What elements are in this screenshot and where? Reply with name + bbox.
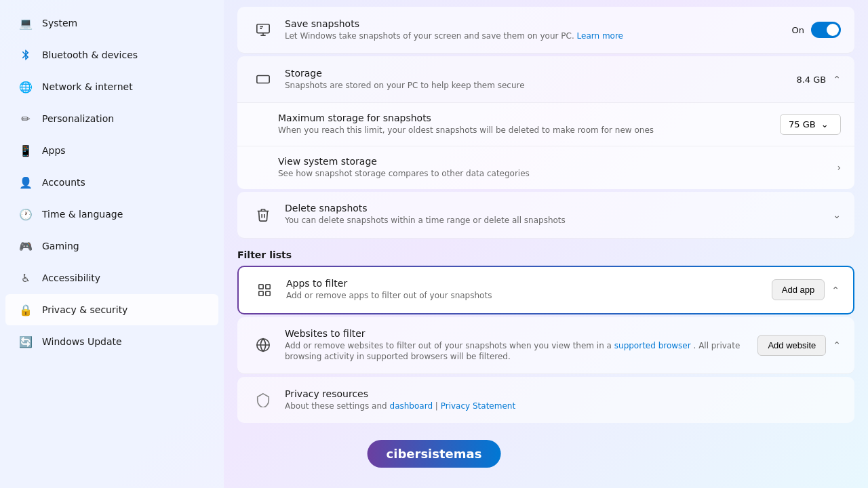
delete-snapshots-text: Delete snapshots You can delete snapshot… — [285, 203, 822, 226]
svg-rect-4 — [259, 291, 263, 295]
save-snapshots-control: On — [792, 22, 841, 38]
privacy-resources-text: Privacy resources About these settings a… — [285, 388, 841, 412]
sidebar-item-bluetooth[interactable]: Bluetooth & devices — [5, 39, 218, 70]
storage-icon — [251, 67, 275, 92]
apps-to-filter-card: Apps to filter Add or remove apps to fil… — [237, 266, 854, 314]
storage-desc: Snapshots are stored on your PC to help … — [285, 80, 785, 92]
storage-text: Storage Snapshots are stored on your PC … — [285, 68, 785, 92]
sidebar-item-time-label: Time & language — [42, 209, 123, 220]
sidebar: 💻 System Bluetooth & devices 🌐 Network &… — [0, 0, 224, 488]
view-system-storage-row[interactable]: View system storage See how snapshot sto… — [237, 146, 854, 189]
sidebar-item-system[interactable]: 💻 System — [5, 7, 218, 39]
websites-to-filter-desc: Add or remove websites to filter out of … — [285, 340, 747, 363]
sidebar-item-apps-label: Apps — [42, 145, 66, 156]
bluetooth-icon — [19, 48, 33, 62]
network-icon: 🌐 — [19, 80, 33, 94]
privacy-resources-row: Privacy resources About these settings a… — [237, 377, 854, 423]
sidebar-item-personalization[interactable]: ✏️ Personalization — [5, 103, 218, 134]
sidebar-item-personalization-label: Personalization — [42, 113, 114, 124]
sidebar-item-accessibility[interactable]: ♿ Accessibility — [5, 262, 218, 293]
storage-section: Storage Snapshots are stored on your PC … — [237, 56, 854, 189]
max-storage-title: Maximum storage for snapshots — [278, 113, 769, 123]
save-snapshots-row: Save snapshots Let Windows take snapshot… — [237, 7, 854, 54]
sidebar-item-accounts[interactable]: 👤 Accounts — [5, 167, 218, 198]
apps-filter-chevron[interactable]: ⌃ — [831, 285, 840, 296]
sidebar-item-network[interactable]: 🌐 Network & internet — [5, 71, 218, 102]
watermark: cibersistemas — [368, 440, 501, 468]
sidebar-item-system-label: System — [42, 18, 77, 28]
save-snapshots-title: Save snapshots — [285, 18, 781, 29]
filter-lists-label: Filter lists — [237, 249, 854, 260]
storage-value: 8.4 GB — [796, 75, 826, 85]
sidebar-item-privacy-label: Privacy & security — [42, 304, 127, 315]
sidebar-item-bluetooth-label: Bluetooth & devices — [42, 49, 138, 60]
websites-filter-icon — [251, 333, 275, 357]
delete-snapshots-control: ⌄ — [833, 209, 841, 220]
sidebar-item-privacy[interactable]: 🔒 Privacy & security — [5, 294, 218, 325]
svg-rect-0 — [257, 24, 269, 33]
update-icon: 🔄 — [19, 335, 33, 348]
sidebar-item-gaming-label: Gaming — [42, 241, 79, 251]
max-storage-row: Maximum storage for snapshots When you r… — [237, 103, 854, 146]
personalization-icon: ✏️ — [19, 112, 33, 125]
supported-browser-link[interactable]: supported browser — [614, 341, 691, 350]
dropdown-chevron-icon: ⌄ — [821, 119, 829, 129]
time-icon: 🕐 — [19, 207, 33, 221]
apps-to-filter-desc: Add or remove apps to filter out of your… — [286, 290, 761, 302]
websites-filter-chevron[interactable]: ⌃ — [833, 340, 841, 350]
save-snapshots-text: Save snapshots Let Windows take snapshot… — [285, 18, 781, 42]
apps-filter-icon — [252, 278, 277, 302]
gaming-icon: 🎮 — [19, 239, 33, 253]
delete-snapshots-title: Delete snapshots — [285, 203, 822, 214]
view-system-storage-title: View system storage — [278, 156, 826, 167]
delete-snapshots-desc: You can delete snapshots within a time r… — [285, 215, 822, 226]
max-storage-control: 75 GB ⌄ — [780, 114, 841, 135]
sidebar-item-update[interactable]: 🔄 Windows Update — [5, 326, 218, 357]
svg-rect-1 — [257, 76, 269, 83]
dashboard-link[interactable]: dashboard — [390, 401, 433, 411]
sidebar-item-gaming[interactable]: 🎮 Gaming — [5, 230, 218, 262]
view-system-storage-text: View system storage See how snapshot sto… — [278, 156, 826, 180]
svg-rect-5 — [266, 291, 270, 295]
save-snapshots-desc: Let Windows take snapshots of your scree… — [285, 30, 781, 42]
max-storage-value: 75 GB — [789, 119, 816, 129]
websites-to-filter-text: Websites to filter Add or remove website… — [285, 328, 747, 363]
apps-to-filter-control: Add app ⌃ — [772, 279, 840, 300]
sidebar-item-update-label: Windows Update — [42, 336, 122, 347]
svg-rect-2 — [259, 284, 263, 288]
privacy-resources-title: Privacy resources — [285, 388, 841, 399]
max-storage-dropdown[interactable]: 75 GB ⌄ — [780, 114, 841, 135]
delete-snapshots-row[interactable]: Delete snapshots You can delete snapshot… — [237, 192, 854, 239]
max-storage-text: Maximum storage for snapshots When you r… — [278, 113, 769, 136]
delete-snapshots-icon — [251, 203, 275, 227]
delete-snapshots-chevron[interactable]: ⌄ — [833, 209, 841, 220]
svg-rect-3 — [266, 284, 270, 288]
add-website-button[interactable]: Add website — [757, 335, 826, 356]
save-snapshots-icon — [251, 18, 275, 42]
storage-control: 8.4 GB ⌃ — [796, 74, 841, 85]
sidebar-item-time[interactable]: 🕐 Time & language — [5, 199, 218, 230]
apps-icon: 📱 — [19, 144, 33, 157]
websites-to-filter-control: Add website ⌃ — [757, 335, 841, 356]
privacy-resources-icon — [251, 388, 275, 412]
sidebar-item-accounts-label: Accounts — [42, 177, 85, 188]
max-storage-desc: When you reach this limit, your oldest s… — [278, 125, 769, 136]
view-system-storage-control: › — [837, 162, 841, 173]
privacy-icon: 🔒 — [19, 303, 33, 317]
websites-to-filter-title: Websites to filter — [285, 328, 747, 339]
main-content: Save snapshots Let Windows take snapshot… — [224, 0, 868, 488]
accessibility-icon: ♿ — [19, 271, 33, 285]
sidebar-item-apps[interactable]: 📱 Apps — [5, 135, 218, 166]
accounts-icon: 👤 — [19, 176, 33, 189]
system-icon: 💻 — [19, 16, 33, 30]
learn-more-link[interactable]: Learn more — [577, 31, 623, 41]
storage-row: Storage Snapshots are stored on your PC … — [237, 56, 854, 103]
storage-chevron-up[interactable]: ⌃ — [833, 74, 841, 85]
save-snapshots-toggle[interactable] — [811, 22, 841, 38]
on-label: On — [792, 25, 804, 35]
privacy-statement-link[interactable]: Privacy Statement — [441, 401, 515, 411]
websites-to-filter-row: Websites to filter Add or remove website… — [237, 317, 854, 375]
add-app-button[interactable]: Add app — [772, 279, 825, 300]
view-system-storage-desc: See how snapshot storage compares to oth… — [278, 168, 826, 180]
view-storage-chevron-right[interactable]: › — [837, 162, 841, 173]
